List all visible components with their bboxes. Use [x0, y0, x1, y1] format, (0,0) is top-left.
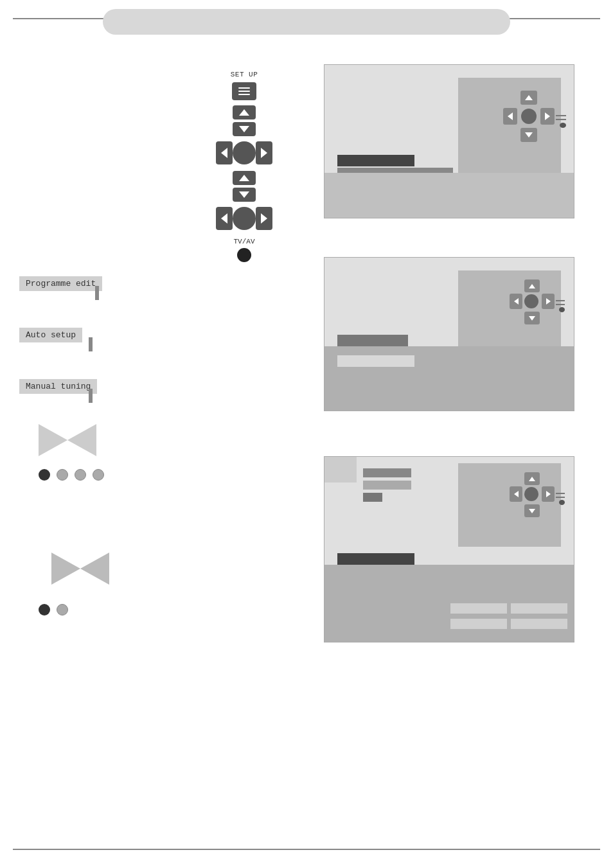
- triangle-left-2: [80, 553, 109, 585]
- screen2-bottom-bar: [324, 346, 574, 411]
- screen1-bottom-bar: [324, 173, 574, 218]
- nav-up-button-2[interactable]: [233, 171, 256, 185]
- svg-marker-4: [239, 126, 249, 132]
- screen2-bar1: [337, 335, 408, 346]
- svg-rect-0: [238, 87, 250, 89]
- auto-setup-tab: [89, 337, 93, 351]
- nav-left-button-2[interactable]: [216, 207, 233, 230]
- screen3-cell-1a: [450, 603, 507, 614]
- svg-marker-11: [525, 95, 533, 100]
- screen3-bar-top: [337, 553, 414, 565]
- nav-lr-cluster-2: [216, 207, 272, 230]
- svg-marker-10: [261, 213, 267, 224]
- screen3-cell-2b: [511, 619, 567, 629]
- top-border-right: [497, 18, 600, 19]
- remote-control-column: SET UP: [206, 71, 283, 262]
- dot-row1-2-empty: [57, 469, 68, 481]
- screen-panel-3: [324, 456, 574, 642]
- auto-setup-label: Auto setup: [19, 328, 82, 342]
- nav-down-button[interactable]: [233, 122, 256, 136]
- tvav-button[interactable]: [237, 248, 251, 262]
- nav-center-button-1[interactable]: [233, 141, 256, 164]
- screen1-bar1: [337, 155, 414, 166]
- svg-marker-13: [508, 112, 513, 120]
- screen-panel-1: [324, 64, 574, 218]
- nav-up-button[interactable]: [233, 105, 256, 120]
- screen3-top-corner: [324, 457, 357, 483]
- dot-row2-2-empty: [57, 604, 68, 616]
- svg-marker-12: [525, 132, 533, 137]
- dot-row1-4-empty: [93, 469, 104, 481]
- screen3-list-item-3: [363, 493, 382, 502]
- svg-marker-22: [546, 491, 551, 497]
- screen3-dpad: [510, 472, 555, 517]
- svg-marker-17: [514, 298, 519, 305]
- nav-center-button-2[interactable]: [233, 207, 256, 230]
- svg-marker-8: [239, 191, 249, 198]
- manual-tuning-label: Manual tuning: [19, 379, 97, 394]
- setup-label: SET UP: [231, 71, 258, 78]
- nav-down-button-2[interactable]: [233, 188, 256, 202]
- nav-right-button-1[interactable]: [256, 141, 272, 164]
- tvav-label: TV/AV: [233, 238, 254, 245]
- svg-marker-21: [514, 491, 519, 497]
- screen3-cell-2a: [450, 619, 507, 629]
- setup-button-icon[interactable]: [232, 82, 256, 100]
- dot-row1-1-filled: [39, 469, 50, 481]
- dots-row-1: [39, 469, 104, 481]
- screen3-cell-1b: [511, 603, 567, 614]
- triangles-row-1: [39, 424, 96, 456]
- svg-rect-1: [238, 91, 250, 92]
- dots-row-2: [39, 604, 68, 616]
- dot-row1-3-empty: [75, 469, 86, 481]
- svg-marker-5: [221, 148, 227, 158]
- svg-marker-6: [261, 148, 267, 158]
- nav-right-button-2[interactable]: [256, 207, 272, 230]
- programme-edit-label: Programme edit: [19, 276, 102, 291]
- screen3-inner-gray: [458, 463, 561, 547]
- title-banner: [103, 9, 510, 35]
- triangle-right-2: [51, 553, 80, 585]
- manual-tuning-tab: [89, 389, 93, 403]
- screen3-sub-row-1: [450, 603, 567, 614]
- nav-lr-cluster-1: [216, 141, 272, 164]
- svg-marker-15: [529, 284, 535, 288]
- programme-edit-tab: [95, 286, 99, 300]
- dot-row2-1-filled: [39, 604, 50, 616]
- nav-left-button-1[interactable]: [216, 141, 233, 164]
- triangle-right-1: [39, 424, 67, 456]
- screen3-list-item-1: [363, 468, 411, 477]
- screen2-dpad: [510, 279, 555, 324]
- svg-rect-2: [238, 94, 250, 95]
- svg-marker-20: [529, 509, 535, 513]
- triangles-row-2: [51, 553, 109, 585]
- svg-marker-3: [239, 109, 249, 116]
- screen3-sub-rows: [450, 603, 567, 629]
- svg-marker-9: [221, 213, 227, 224]
- svg-marker-19: [529, 477, 535, 481]
- screen-panel-2: [324, 257, 574, 411]
- svg-marker-16: [529, 316, 535, 321]
- svg-marker-7: [239, 175, 249, 181]
- svg-marker-18: [546, 298, 551, 305]
- screen2-sub-bar: [337, 355, 414, 367]
- screen3-sub-row-2: [450, 619, 567, 629]
- triangle-left-1: [67, 424, 96, 456]
- screen1-inner-gray: [458, 78, 561, 181]
- screen2-inner-gray: [458, 270, 561, 354]
- top-border-left: [13, 18, 116, 19]
- bottom-border: [13, 849, 600, 850]
- screen3-list-item-2: [363, 481, 411, 490]
- svg-marker-14: [545, 112, 550, 120]
- screen1-dpad: [503, 91, 555, 142]
- screen3-list: [363, 468, 414, 517]
- screen3-bottom-bar: [324, 565, 574, 642]
